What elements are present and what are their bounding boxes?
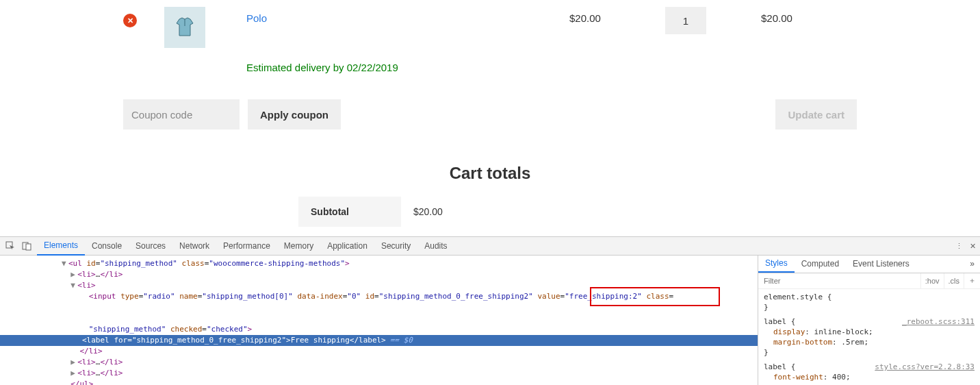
unit-price: $20.00 — [569, 7, 665, 24]
delivery-estimate: Estimated delivery by 02/22/2019 — [246, 62, 857, 86]
update-cart-button[interactable]: Update cart — [775, 99, 857, 129]
coupon-code-input[interactable] — [123, 99, 240, 129]
line-total: $20.00 — [761, 7, 857, 24]
quantity-input[interactable] — [665, 7, 706, 34]
cart-totals: Cart totals Subtotal $20.00 — [298, 164, 682, 227]
subtotal-label: Subtotal — [298, 197, 401, 227]
polo-icon — [172, 15, 197, 40]
coupon-row: Apply coupon Update cart — [123, 99, 857, 129]
apply-coupon-button[interactable]: Apply coupon — [248, 99, 341, 129]
cart-item-row: ✕ Polo $20.00 $20.00 — [123, 0, 857, 62]
remove-item-button[interactable]: ✕ — [123, 14, 137, 27]
subtotal-value: $20.00 — [401, 197, 682, 227]
cart-totals-heading: Cart totals — [298, 164, 682, 183]
product-thumbnail[interactable] — [164, 7, 205, 48]
product-name-link[interactable]: Polo — [246, 12, 267, 24]
